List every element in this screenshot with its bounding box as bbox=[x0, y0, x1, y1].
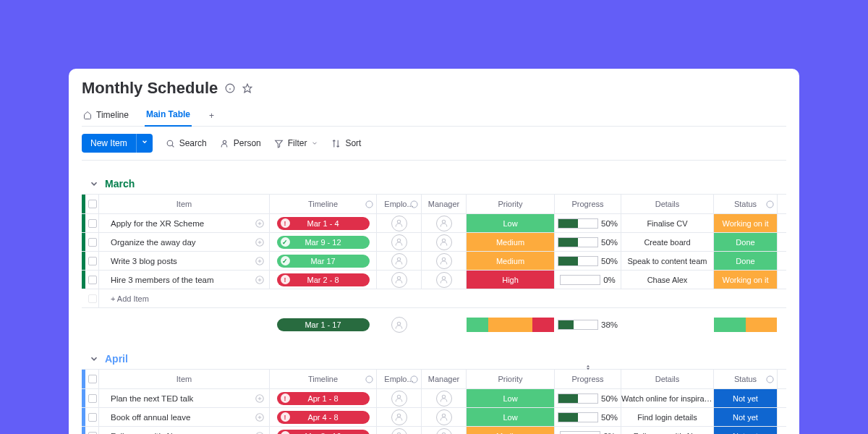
item-cell[interactable]: Organize the away day bbox=[99, 233, 270, 251]
item-cell[interactable]: Apply for the XR Scheme bbox=[99, 214, 270, 232]
col-details[interactable]: Details bbox=[621, 195, 714, 213]
priority-cell[interactable]: Low bbox=[467, 408, 555, 426]
item-cell[interactable]: Follow up with Alex bbox=[99, 427, 270, 434]
employee-cell[interactable] bbox=[377, 408, 422, 426]
group-toggle[interactable]: March bbox=[82, 178, 786, 190]
row-checkbox[interactable] bbox=[82, 389, 99, 407]
priority-cell[interactable]: High bbox=[467, 271, 555, 289]
new-item-dropdown[interactable] bbox=[136, 134, 153, 153]
select-all[interactable] bbox=[82, 195, 99, 213]
col-item[interactable]: Item bbox=[99, 370, 270, 388]
employee-cell[interactable] bbox=[377, 427, 422, 434]
priority-cell[interactable]: Medium bbox=[467, 427, 555, 434]
manager-cell[interactable] bbox=[422, 252, 467, 270]
col-item[interactable]: Item bbox=[99, 195, 270, 213]
manager-cell[interactable] bbox=[422, 214, 467, 232]
row-checkbox[interactable] bbox=[82, 252, 99, 270]
table-row[interactable]: Follow up with Alex!Mar 8 - 16Medium0%Fo… bbox=[82, 427, 786, 434]
search-button[interactable]: Search bbox=[166, 138, 207, 148]
status-cell[interactable]: Working on it bbox=[714, 271, 778, 289]
item-cell[interactable]: Hire 3 members of the team bbox=[99, 271, 270, 289]
priority-cell[interactable]: Medium bbox=[467, 252, 555, 270]
row-checkbox[interactable] bbox=[82, 214, 99, 232]
status-cell[interactable]: Not yet bbox=[714, 427, 778, 434]
priority-cell[interactable]: Low bbox=[467, 214, 555, 232]
details-cell[interactable]: Watch online for inspiration bbox=[621, 389, 714, 407]
person-button[interactable]: Person bbox=[220, 138, 261, 148]
status-cell[interactable]: Done bbox=[714, 252, 778, 270]
timeline-cell[interactable]: ✓Mar 9 - 12 bbox=[270, 233, 377, 251]
item-cell[interactable]: Write 3 blog posts bbox=[99, 252, 270, 270]
expand-icon[interactable] bbox=[255, 393, 265, 404]
details-cell[interactable]: Follow up with Alex bbox=[621, 427, 714, 434]
new-item-button[interactable]: New Item bbox=[82, 134, 136, 153]
manager-cell[interactable] bbox=[422, 271, 467, 289]
tab-timeline[interactable]: Timeline bbox=[82, 106, 130, 126]
progress-cell[interactable]: 50% bbox=[555, 214, 621, 232]
progress-cell[interactable]: 0% bbox=[555, 427, 621, 434]
col-status[interactable]: Status bbox=[714, 370, 778, 388]
col-progress[interactable]: Progress bbox=[555, 370, 621, 388]
expand-icon[interactable] bbox=[255, 237, 265, 247]
manager-cell[interactable] bbox=[422, 233, 467, 251]
item-cell[interactable]: Plan the next TED talk bbox=[99, 389, 270, 407]
details-cell[interactable]: Speak to content team bbox=[621, 252, 714, 270]
sort-button[interactable]: Sort bbox=[331, 138, 361, 148]
table-row[interactable]: Book off annual leave!Apr 4 - 8Low50%Fin… bbox=[82, 408, 786, 427]
progress-cell[interactable]: 50% bbox=[555, 408, 621, 426]
timeline-cell[interactable]: !Mar 1 - 4 bbox=[270, 214, 377, 232]
timeline-cell[interactable]: !Mar 8 - 16 bbox=[270, 427, 377, 434]
details-cell[interactable]: Chase Alex bbox=[621, 271, 714, 289]
employee-cell[interactable] bbox=[377, 252, 422, 270]
col-manager[interactable]: Manager bbox=[422, 370, 467, 388]
add-view-button[interactable]: + bbox=[206, 106, 217, 125]
status-cell[interactable]: Not yet bbox=[714, 408, 778, 426]
timeline-cell[interactable]: !Apr 4 - 8 bbox=[270, 408, 377, 426]
details-cell[interactable]: Create board bbox=[621, 233, 714, 251]
priority-cell[interactable]: Medium bbox=[467, 233, 555, 251]
details-cell[interactable]: Finalise CV bbox=[621, 214, 714, 232]
table-row[interactable]: Apply for the XR Scheme!Mar 1 - 4Low50%F… bbox=[82, 214, 786, 233]
group-toggle[interactable]: April bbox=[82, 353, 786, 365]
employee-cell[interactable] bbox=[377, 214, 422, 232]
col-timeline[interactable]: Timeline bbox=[270, 195, 377, 213]
employee-cell[interactable] bbox=[377, 271, 422, 289]
employee-cell[interactable] bbox=[377, 233, 422, 251]
item-cell[interactable]: Book off annual leave bbox=[99, 408, 270, 426]
col-priority[interactable]: Priority bbox=[467, 370, 555, 388]
progress-cell[interactable]: 0% bbox=[555, 271, 621, 289]
manager-cell[interactable] bbox=[422, 408, 467, 426]
status-cell[interactable]: Done bbox=[714, 233, 778, 251]
priority-cell[interactable]: Low bbox=[467, 389, 555, 407]
col-progress[interactable]: Progress bbox=[555, 195, 621, 213]
filter-button[interactable]: Filter bbox=[274, 138, 319, 148]
row-checkbox[interactable] bbox=[82, 408, 99, 426]
details-cell[interactable]: Find login details bbox=[621, 408, 714, 426]
table-row[interactable]: Plan the next TED talk!Apr 1 - 8Low50%Wa… bbox=[82, 389, 786, 408]
manager-cell[interactable] bbox=[422, 427, 467, 434]
col-details[interactable]: Details bbox=[621, 370, 714, 388]
status-cell[interactable]: Not yet bbox=[714, 389, 778, 407]
col-timeline[interactable]: Timeline bbox=[270, 370, 377, 388]
timeline-cell[interactable]: ✓Mar 17 bbox=[270, 252, 377, 270]
resize-handle-icon[interactable] bbox=[585, 365, 591, 370]
star-icon[interactable] bbox=[242, 83, 252, 93]
info-icon[interactable] bbox=[225, 83, 235, 93]
table-row[interactable]: Hire 3 members of the team!Mar 2 - 8High… bbox=[82, 271, 786, 289]
progress-cell[interactable]: 50% bbox=[555, 389, 621, 407]
row-checkbox[interactable] bbox=[82, 271, 99, 289]
progress-cell[interactable]: 50% bbox=[555, 252, 621, 270]
add-item-row[interactable]: + Add Item bbox=[82, 289, 786, 308]
employee-cell[interactable] bbox=[377, 389, 422, 407]
expand-icon[interactable] bbox=[255, 412, 265, 422]
progress-cell[interactable]: 50% bbox=[555, 233, 621, 251]
expand-icon[interactable] bbox=[255, 275, 265, 285]
table-row[interactable]: Write 3 blog posts✓Mar 17Medium50%Speak … bbox=[82, 252, 786, 271]
col-employee[interactable]: Emplo... bbox=[377, 195, 422, 213]
row-checkbox[interactable] bbox=[82, 233, 99, 251]
status-cell[interactable]: Working on it bbox=[714, 214, 778, 232]
select-all[interactable] bbox=[82, 370, 99, 388]
tab-main-table[interactable]: Main Table bbox=[145, 105, 192, 127]
col-priority[interactable]: Priority bbox=[467, 195, 555, 213]
col-employee[interactable]: Emplo... bbox=[377, 370, 422, 388]
